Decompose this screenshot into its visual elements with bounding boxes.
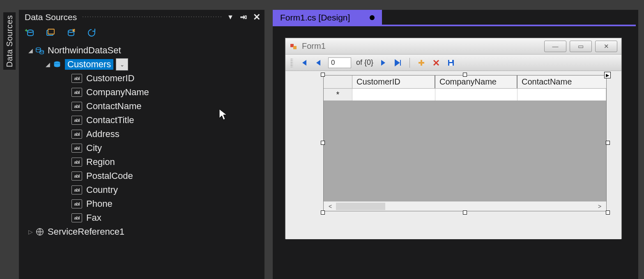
tree-field-node[interactable]: ablCity (26, 141, 264, 155)
tree-field-node[interactable]: ablPhone (26, 197, 264, 211)
winform[interactable]: Form1 — ▭ ✕ 0 of {0} (285, 38, 622, 239)
scroll-thumb[interactable] (336, 203, 385, 210)
resize-handle[interactable] (321, 210, 325, 215)
text-field-icon: abl (71, 185, 82, 194)
tree-field-node[interactable]: ablCustomerID (26, 71, 264, 85)
tree-table-node[interactable]: ◢ Customers ⌄ (26, 57, 264, 71)
form-client-area[interactable]: CustomerID CompanyName ContactName * < (285, 71, 621, 239)
delete-button[interactable] (431, 58, 441, 68)
move-next-button[interactable] (378, 58, 388, 68)
vertical-tab-data-sources[interactable]: Data Sources (3, 12, 16, 70)
grid-new-row[interactable]: * (324, 89, 606, 101)
edit-data-source-icon[interactable] (44, 27, 57, 39)
grid-column-header[interactable]: CompanyName (435, 75, 518, 88)
move-previous-button[interactable] (313, 58, 323, 68)
resize-handle[interactable] (321, 141, 325, 145)
dataset-icon (34, 45, 45, 56)
tree-field-label: Fax (86, 213, 101, 223)
grid-cell[interactable] (435, 89, 518, 101)
grid-cell[interactable] (352, 89, 435, 101)
form-titlebar: Form1 — ▭ ✕ (285, 38, 621, 55)
add-new-button[interactable] (416, 58, 426, 68)
tree-field-label: Country (86, 185, 118, 195)
refresh-icon[interactable] (85, 27, 98, 39)
grid-row-header-corner[interactable] (324, 75, 352, 88)
grid-cell[interactable] (518, 89, 606, 101)
resize-handle[interactable] (463, 210, 467, 215)
move-last-button[interactable] (393, 58, 403, 68)
scroll-right-icon[interactable]: > (596, 203, 604, 210)
smart-tag-icon[interactable]: ▶ (604, 72, 611, 78)
data-sources-tree: ◢ NorthwindDataSet ◢ Customers ⌄ ablCust… (19, 41, 264, 239)
tree-service-label: ServiceReference1 (48, 226, 124, 237)
tree-field-label: CompanyName (86, 87, 149, 98)
tree-field-label: ContactName (86, 101, 142, 112)
drop-type-chevron-icon[interactable]: ⌄ (116, 58, 128, 71)
add-new-data-source-icon[interactable] (24, 27, 36, 39)
document-tab-label: Form1.cs [Design] (280, 13, 350, 23)
form-title: Form1 (302, 41, 544, 51)
tree-field-label: Address (86, 129, 120, 140)
tree-dataset-node[interactable]: ◢ NorthwindDataSet (26, 43, 264, 57)
tree-field-node[interactable]: ablFax (26, 211, 264, 225)
save-button[interactable] (446, 58, 456, 68)
splitter[interactable] (267, 10, 272, 279)
resize-handle[interactable] (606, 141, 610, 145)
svg-rect-10 (293, 46, 297, 49)
close-button[interactable]: ✕ (595, 41, 617, 52)
close-icon[interactable]: ✕ (253, 14, 260, 21)
text-field-icon: abl (71, 116, 82, 125)
svg-rect-12 (449, 60, 452, 62)
data-sources-panel: Data Sources ▼ ✕ (19, 10, 264, 279)
chevron-down-icon[interactable]: ◢ (44, 61, 52, 68)
resize-handle[interactable] (463, 73, 467, 77)
designer-area: Form1.cs [Design] Form1 — ▭ ✕ (273, 10, 638, 279)
configure-dataset-icon[interactable] (65, 27, 77, 39)
tree-field-node[interactable]: ablAddress (26, 127, 264, 141)
text-field-icon: abl (71, 158, 82, 167)
grid-column-header[interactable]: CustomerID (352, 75, 435, 88)
position-textbox[interactable]: 0 (328, 57, 351, 68)
panel-header: Data Sources ▼ ✕ (19, 10, 264, 25)
tree-field-node[interactable]: ablPostalCode (26, 169, 264, 183)
text-field-icon: abl (71, 199, 82, 208)
tree-service-node[interactable]: ▷ ServiceReference1 (26, 225, 264, 239)
count-label: of {0} (356, 58, 373, 67)
separator (409, 58, 410, 68)
tree-dataset-label: NorthwindDataSet (48, 45, 121, 56)
window-position-dropdown-icon[interactable]: ▼ (227, 14, 234, 21)
text-field-icon: abl (71, 172, 82, 181)
resize-handle[interactable] (321, 73, 325, 77)
minimize-button[interactable]: — (544, 41, 566, 52)
document-tabs: Form1.cs [Design] (273, 10, 638, 25)
design-surface[interactable]: Form1 — ▭ ✕ 0 of {0} (273, 26, 636, 279)
tree-field-node[interactable]: ablCountry (26, 183, 264, 197)
tree-field-node[interactable]: ablRegion (26, 155, 264, 169)
pin-icon[interactable] (240, 14, 247, 21)
resize-handle[interactable] (606, 210, 610, 215)
datagridview[interactable]: CustomerID CompanyName ContactName * < (323, 75, 607, 211)
chevron-down-icon[interactable]: ◢ (26, 47, 34, 54)
tree-field-node[interactable]: ablContactName (26, 99, 264, 113)
tree-field-label: CustomerID (86, 73, 134, 84)
scroll-left-icon[interactable]: < (326, 203, 334, 210)
grid-new-row-indicator: * (324, 89, 352, 101)
grid-horizontal-scrollbar[interactable]: < > (324, 201, 606, 211)
tree-field-node[interactable]: ablCompanyName (26, 85, 264, 99)
document-tab-active[interactable]: Form1.cs [Design] (273, 10, 382, 25)
tree-field-label: ContactTitle (86, 115, 134, 126)
text-field-icon: abl (71, 213, 82, 222)
svg-rect-9 (290, 44, 294, 47)
tree-field-node[interactable]: ablContactTitle (26, 113, 264, 127)
toolstrip-grip-icon[interactable] (290, 58, 293, 67)
table-icon (52, 59, 62, 70)
panel-grip (82, 16, 222, 19)
panel-title: Data Sources (25, 12, 77, 22)
maximize-button[interactable]: ▭ (570, 41, 592, 52)
grid-column-header[interactable]: ContactName (518, 75, 606, 88)
tree-field-label: PostalCode (86, 171, 133, 181)
service-reference-icon (34, 226, 45, 237)
chevron-right-icon[interactable]: ▷ (26, 229, 34, 235)
text-field-icon: abl (71, 130, 82, 139)
move-first-button[interactable] (299, 58, 308, 68)
